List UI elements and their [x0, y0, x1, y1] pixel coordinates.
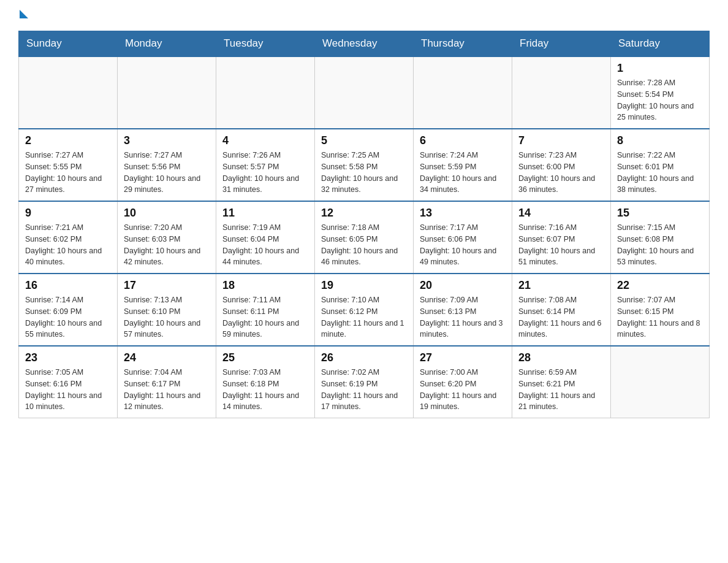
calendar-cell: 4Sunrise: 7:26 AM Sunset: 5:57 PM Daylig…: [216, 129, 315, 201]
day-info: Sunrise: 7:02 AM Sunset: 6:19 PM Dayligh…: [321, 367, 407, 413]
calendar-cell: 15Sunrise: 7:15 AM Sunset: 6:08 PM Dayli…: [611, 201, 710, 274]
calendar-cell: [315, 56, 414, 129]
day-number: 15: [617, 207, 703, 220]
day-info: Sunrise: 7:19 AM Sunset: 6:04 PM Dayligh…: [222, 222, 308, 268]
day-info: Sunrise: 7:03 AM Sunset: 6:18 PM Dayligh…: [222, 367, 308, 413]
calendar-cell: 1Sunrise: 7:28 AM Sunset: 5:54 PM Daylig…: [611, 56, 710, 129]
day-number: 4: [222, 134, 308, 147]
day-info: Sunrise: 7:28 AM Sunset: 5:54 PM Dayligh…: [617, 77, 703, 123]
calendar-cell: 11Sunrise: 7:19 AM Sunset: 6:04 PM Dayli…: [216, 201, 315, 274]
calendar-cell: [19, 56, 118, 129]
calendar-cell: 24Sunrise: 7:04 AM Sunset: 6:17 PM Dayli…: [118, 346, 216, 418]
day-info: Sunrise: 7:21 AM Sunset: 6:02 PM Dayligh…: [25, 222, 111, 268]
week-row-4: 16Sunrise: 7:14 AM Sunset: 6:09 PM Dayli…: [19, 274, 710, 346]
day-info: Sunrise: 7:11 AM Sunset: 6:11 PM Dayligh…: [222, 294, 308, 340]
calendar-cell: 23Sunrise: 7:05 AM Sunset: 6:16 PM Dayli…: [19, 346, 118, 418]
weekday-header-thursday: Thursday: [414, 31, 512, 57]
calendar-cell: 3Sunrise: 7:27 AM Sunset: 5:56 PM Daylig…: [118, 129, 216, 201]
calendar-cell: 21Sunrise: 7:08 AM Sunset: 6:14 PM Dayli…: [512, 274, 611, 346]
day-number: 27: [420, 351, 506, 364]
calendar-cell: 25Sunrise: 7:03 AM Sunset: 6:18 PM Dayli…: [216, 346, 315, 418]
day-number: 21: [518, 279, 604, 292]
calendar-cell: 28Sunrise: 6:59 AM Sunset: 6:21 PM Dayli…: [512, 346, 611, 418]
day-info: Sunrise: 7:13 AM Sunset: 6:10 PM Dayligh…: [124, 294, 210, 340]
calendar-cell: 8Sunrise: 7:22 AM Sunset: 6:01 PM Daylig…: [611, 129, 710, 201]
day-number: 16: [25, 279, 111, 292]
calendar-cell: 2Sunrise: 7:27 AM Sunset: 5:55 PM Daylig…: [19, 129, 118, 201]
calendar-cell: 14Sunrise: 7:16 AM Sunset: 6:07 PM Dayli…: [512, 201, 611, 274]
weekday-header-monday: Monday: [118, 31, 216, 57]
day-number: 22: [617, 279, 703, 292]
calendar-cell: 27Sunrise: 7:00 AM Sunset: 6:20 PM Dayli…: [414, 346, 512, 418]
calendar-cell: 19Sunrise: 7:10 AM Sunset: 6:12 PM Dayli…: [315, 274, 414, 346]
weekday-header-tuesday: Tuesday: [216, 31, 315, 57]
day-info: Sunrise: 7:09 AM Sunset: 6:13 PM Dayligh…: [420, 294, 506, 340]
day-number: 20: [420, 279, 506, 292]
day-info: Sunrise: 7:27 AM Sunset: 5:55 PM Dayligh…: [25, 150, 111, 196]
day-info: Sunrise: 7:08 AM Sunset: 6:14 PM Dayligh…: [518, 294, 604, 340]
weekday-header-friday: Friday: [512, 31, 611, 57]
day-info: Sunrise: 7:07 AM Sunset: 6:15 PM Dayligh…: [617, 294, 703, 340]
calendar-cell: [512, 56, 611, 129]
day-info: Sunrise: 7:22 AM Sunset: 6:01 PM Dayligh…: [617, 150, 703, 196]
day-info: Sunrise: 7:14 AM Sunset: 6:09 PM Dayligh…: [25, 294, 111, 340]
calendar-cell: 5Sunrise: 7:25 AM Sunset: 5:58 PM Daylig…: [315, 129, 414, 201]
day-info: Sunrise: 7:20 AM Sunset: 6:03 PM Dayligh…: [124, 222, 210, 268]
day-info: Sunrise: 7:23 AM Sunset: 6:00 PM Dayligh…: [518, 150, 604, 196]
calendar-cell: 16Sunrise: 7:14 AM Sunset: 6:09 PM Dayli…: [19, 274, 118, 346]
day-number: 23: [25, 351, 111, 364]
day-info: Sunrise: 7:05 AM Sunset: 6:16 PM Dayligh…: [25, 367, 111, 413]
calendar-cell: 12Sunrise: 7:18 AM Sunset: 6:05 PM Dayli…: [315, 201, 414, 274]
day-number: 18: [222, 279, 308, 292]
calendar-cell: [216, 56, 315, 129]
day-number: 1: [617, 62, 703, 75]
day-info: Sunrise: 7:26 AM Sunset: 5:57 PM Dayligh…: [222, 150, 308, 196]
logo: [18, 12, 29, 18]
calendar-table: SundayMondayTuesdayWednesdayThursdayFrid…: [18, 31, 710, 418]
day-info: Sunrise: 6:59 AM Sunset: 6:21 PM Dayligh…: [518, 367, 604, 413]
calendar-cell: 17Sunrise: 7:13 AM Sunset: 6:10 PM Dayli…: [118, 274, 216, 346]
day-info: Sunrise: 7:24 AM Sunset: 5:59 PM Dayligh…: [420, 150, 506, 196]
day-number: 28: [518, 351, 604, 364]
calendar-cell: 10Sunrise: 7:20 AM Sunset: 6:03 PM Dayli…: [118, 201, 216, 274]
day-number: 12: [321, 207, 407, 220]
calendar-cell: [611, 346, 710, 418]
day-number: 6: [420, 134, 506, 147]
day-info: Sunrise: 7:16 AM Sunset: 6:07 PM Dayligh…: [518, 222, 604, 268]
calendar-cell: [118, 56, 216, 129]
day-number: 8: [617, 134, 703, 147]
weekday-header-row: SundayMondayTuesdayWednesdayThursdayFrid…: [19, 31, 710, 57]
day-number: 14: [518, 207, 604, 220]
day-number: 25: [222, 351, 308, 364]
day-info: Sunrise: 7:17 AM Sunset: 6:06 PM Dayligh…: [420, 222, 506, 268]
calendar-cell: 6Sunrise: 7:24 AM Sunset: 5:59 PM Daylig…: [414, 129, 512, 201]
weekday-header-sunday: Sunday: [19, 31, 118, 57]
day-info: Sunrise: 7:00 AM Sunset: 6:20 PM Dayligh…: [420, 367, 506, 413]
calendar-cell: [414, 56, 512, 129]
week-row-1: 1Sunrise: 7:28 AM Sunset: 5:54 PM Daylig…: [19, 56, 710, 129]
day-number: 19: [321, 279, 407, 292]
day-info: Sunrise: 7:25 AM Sunset: 5:58 PM Dayligh…: [321, 150, 407, 196]
day-info: Sunrise: 7:27 AM Sunset: 5:56 PM Dayligh…: [124, 150, 210, 196]
day-number: 3: [124, 134, 210, 147]
day-number: 2: [25, 134, 111, 147]
calendar-cell: 9Sunrise: 7:21 AM Sunset: 6:02 PM Daylig…: [19, 201, 118, 274]
day-number: 26: [321, 351, 407, 364]
day-number: 9: [25, 207, 111, 220]
calendar-cell: 13Sunrise: 7:17 AM Sunset: 6:06 PM Dayli…: [414, 201, 512, 274]
weekday-header-wednesday: Wednesday: [315, 31, 414, 57]
calendar-cell: 22Sunrise: 7:07 AM Sunset: 6:15 PM Dayli…: [611, 274, 710, 346]
weekday-header-saturday: Saturday: [611, 31, 710, 57]
day-info: Sunrise: 7:15 AM Sunset: 6:08 PM Dayligh…: [617, 222, 703, 268]
calendar-cell: 26Sunrise: 7:02 AM Sunset: 6:19 PM Dayli…: [315, 346, 414, 418]
day-number: 7: [518, 134, 604, 147]
week-row-3: 9Sunrise: 7:21 AM Sunset: 6:02 PM Daylig…: [19, 201, 710, 274]
day-number: 11: [222, 207, 308, 220]
day-info: Sunrise: 7:10 AM Sunset: 6:12 PM Dayligh…: [321, 294, 407, 340]
day-number: 5: [321, 134, 407, 147]
calendar-cell: 20Sunrise: 7:09 AM Sunset: 6:13 PM Dayli…: [414, 274, 512, 346]
calendar-cell: 18Sunrise: 7:11 AM Sunset: 6:11 PM Dayli…: [216, 274, 315, 346]
day-number: 13: [420, 207, 506, 220]
week-row-5: 23Sunrise: 7:05 AM Sunset: 6:16 PM Dayli…: [19, 346, 710, 418]
day-info: Sunrise: 7:04 AM Sunset: 6:17 PM Dayligh…: [124, 367, 210, 413]
